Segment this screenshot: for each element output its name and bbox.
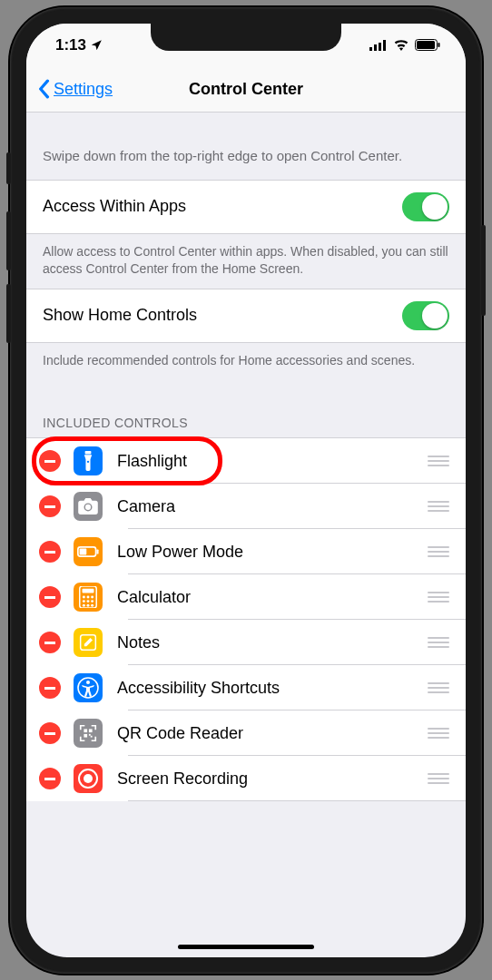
drag-handle-camera[interactable] <box>428 501 449 512</box>
home-indicator[interactable] <box>178 945 314 949</box>
drag-handle-low-power[interactable] <box>428 546 449 557</box>
camera-icon <box>74 492 103 521</box>
access-within-apps-cell: Access Within Apps <box>26 180 466 234</box>
svg-point-10 <box>85 505 91 510</box>
control-label-qr: QR Code Reader <box>117 724 428 743</box>
control-label-flashlight: Flashlight <box>117 452 428 471</box>
battery-icon <box>415 39 440 51</box>
nav-bar: Settings Control Center <box>26 67 466 113</box>
location-icon <box>90 39 103 52</box>
svg-rect-15 <box>83 589 94 593</box>
back-button[interactable]: Settings <box>37 79 113 99</box>
svg-rect-7 <box>85 451 92 454</box>
volume-up-button <box>6 211 11 270</box>
drag-handle-qr[interactable] <box>428 728 449 739</box>
svg-rect-32 <box>91 736 93 738</box>
qr-icon <box>74 719 103 748</box>
svg-point-23 <box>87 604 90 607</box>
chevron-left-icon <box>37 79 50 99</box>
control-label-accessibility: Accessibility Shortcuts <box>117 679 428 698</box>
remove-screen-rec-button[interactable] <box>39 768 61 789</box>
drag-handle-flashlight[interactable] <box>428 456 449 466</box>
remove-qr-button[interactable] <box>39 722 61 744</box>
notes-icon <box>74 628 103 657</box>
svg-rect-28 <box>84 730 87 733</box>
battery-icon <box>74 537 103 566</box>
drag-handle-accessibility[interactable] <box>428 682 449 693</box>
svg-rect-30 <box>84 734 87 738</box>
svg-rect-12 <box>80 549 87 555</box>
svg-point-19 <box>83 601 85 603</box>
included-controls-list: FlashlightCameraLow Power ModeCalculator… <box>26 437 466 801</box>
svg-point-16 <box>83 596 85 599</box>
status-time: 1:13 <box>55 36 86 54</box>
show-home-controls-toggle[interactable] <box>402 301 449 330</box>
svg-point-8 <box>87 461 89 463</box>
control-row-notes: Notes <box>26 620 466 665</box>
show-home-controls-label: Show Home Controls <box>43 306 197 325</box>
control-row-accessibility: Accessibility Shortcuts <box>26 665 466 710</box>
calculator-icon <box>74 583 103 612</box>
show-home-footer: Include recommended controls for Home ac… <box>26 343 466 380</box>
svg-rect-6 <box>438 43 440 47</box>
accessibility-icon <box>74 673 103 702</box>
flashlight-icon <box>74 446 103 475</box>
remove-notes-button[interactable] <box>39 632 61 653</box>
svg-rect-13 <box>96 550 98 554</box>
remove-accessibility-button[interactable] <box>39 677 61 699</box>
phone-frame: 1:13 Settings Control Center Swipe down … <box>10 7 482 974</box>
remove-flashlight-button[interactable] <box>39 450 61 472</box>
access-within-apps-label: Access Within Apps <box>43 197 186 216</box>
svg-point-34 <box>84 774 93 783</box>
cellular-icon <box>369 40 388 51</box>
access-footer: Allow access to Control Center within ap… <box>26 234 466 289</box>
remove-calculator-button[interactable] <box>39 586 61 608</box>
content-scroll[interactable]: Swipe down from the top-right edge to op… <box>26 113 466 957</box>
svg-point-22 <box>83 604 85 607</box>
remove-camera-button[interactable] <box>39 495 61 517</box>
drag-handle-calculator[interactable] <box>428 592 449 603</box>
svg-point-21 <box>91 601 93 603</box>
remove-low-power-button[interactable] <box>39 541 61 563</box>
svg-point-18 <box>91 596 93 599</box>
mute-switch <box>6 152 11 184</box>
power-button <box>481 225 486 316</box>
screen: 1:13 Settings Control Center Swipe down … <box>26 24 466 957</box>
drag-handle-notes[interactable] <box>428 637 449 648</box>
svg-rect-1 <box>374 44 377 51</box>
page-title: Control Center <box>189 80 303 99</box>
control-label-camera: Camera <box>117 497 428 516</box>
control-row-camera: Camera <box>26 484 466 529</box>
control-row-calculator: Calculator <box>26 574 466 620</box>
svg-point-27 <box>86 681 90 684</box>
record-icon <box>74 764 103 793</box>
control-label-low-power: Low Power Mode <box>117 543 428 562</box>
intro-description: Swipe down from the top-right edge to op… <box>26 113 466 180</box>
svg-rect-2 <box>379 43 381 51</box>
svg-rect-31 <box>89 734 91 736</box>
control-row-screen-rec: Screen Recording <box>26 756 466 801</box>
control-label-screen-rec: Screen Recording <box>117 769 428 789</box>
svg-rect-29 <box>89 730 93 733</box>
included-controls-header: INCLUDED CONTROLS <box>26 379 466 437</box>
svg-point-20 <box>87 601 90 603</box>
volume-down-button <box>6 284 11 343</box>
svg-point-17 <box>87 596 90 599</box>
drag-handle-screen-rec[interactable] <box>428 773 449 784</box>
svg-rect-3 <box>383 40 386 51</box>
control-row-low-power: Low Power Mode <box>26 529 466 574</box>
access-within-apps-toggle[interactable] <box>402 192 449 221</box>
control-label-notes: Notes <box>117 633 428 652</box>
control-row-flashlight: Flashlight <box>26 438 466 484</box>
svg-point-24 <box>91 604 93 607</box>
notch <box>151 24 341 51</box>
control-row-qr: QR Code Reader <box>26 710 466 756</box>
wifi-icon <box>393 39 409 51</box>
svg-rect-5 <box>417 41 435 49</box>
back-label: Settings <box>54 80 113 99</box>
show-home-controls-cell: Show Home Controls <box>26 289 466 343</box>
control-label-calculator: Calculator <box>117 588 428 607</box>
svg-rect-0 <box>369 47 372 51</box>
